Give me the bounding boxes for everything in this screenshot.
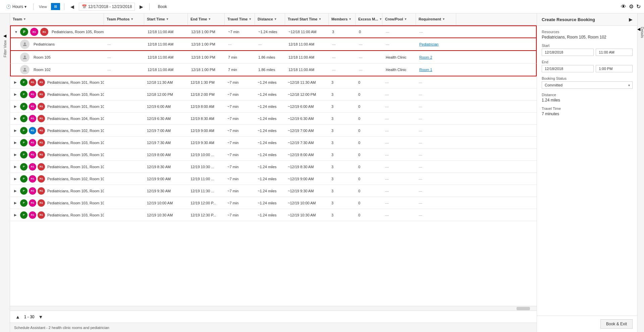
expand-button[interactable]: ▶ [13,200,18,206]
expand-button[interactable]: ▶ [13,80,18,85]
team-name: Pediatricians, Room 105, Room 102 [52,30,105,34]
main-layout: ◀ Filter View Team ▼ Team Photos ▼ Start… [0,13,644,332]
table-row[interactable]: ▶ PR1R1 Pediatricians, Room 105, Room 10… [10,185,537,197]
cell-end: 12/19 11:00 ... [188,173,225,185]
cell-start: 12/19 8:00 AM [144,149,188,160]
cell-travel: ~7 min [225,26,256,38]
cell-travelstart: ~12/18 11:30 AM [285,76,329,88]
cell-end: 12/19 10:30 ... [188,161,225,173]
booking-status-select[interactable]: Committed Tentative Canceled [542,81,633,89]
settings-icon[interactable]: ⚙ [629,3,634,10]
filter-view-label[interactable]: Filter View [3,40,7,57]
grid-view-button[interactable]: ⊠ [51,3,60,10]
end-time-input[interactable] [596,65,633,72]
table-row-child-selected[interactable]: Pediatricians --- 12/18 11:00 AM 12/18 1… [10,38,537,51]
cell-end-child: 12/18 1:00 PM [189,38,225,50]
cell-members-2: --- [329,51,356,63]
book-exit-button[interactable]: Book & Exit [600,319,633,329]
table-row[interactable]: ▶ PR1R1 Pediatricians, Room 102, Room 10… [10,173,537,185]
scroll-bar[interactable] [10,306,537,311]
expand-button[interactable]: ▶ [13,164,18,170]
col-header-team[interactable]: Team ▼ [10,13,104,25]
hours-button[interactable]: 🕐 Hours ▾ [3,3,29,10]
page-down-button[interactable]: ▼ [37,314,45,320]
expand-button[interactable]: ▶ [13,152,18,157]
cell-travel: ~7 min [225,173,255,185]
expand-button[interactable]: ▶ [13,92,18,97]
expand-button[interactable]: ▶ [13,176,18,182]
cell-req-2: Room 2 [417,51,457,63]
col-header-travelstart[interactable]: Travel Start Time ▼ [285,13,329,25]
col-header-end[interactable]: End Time ▼ [188,13,225,25]
book-button[interactable]: Book [154,3,171,10]
page-up-button[interactable]: ▲ [14,314,21,320]
avatar-icon: R1 [38,151,45,158]
start-time-input[interactable] [596,49,633,56]
sort-icon-req: ▼ [442,17,445,21]
end-date-input[interactable] [542,65,594,72]
expand-button[interactable]: ▶ [13,104,18,109]
expand-button[interactable]: ▶ [13,188,18,194]
expand-button[interactable]: ▶ [13,128,18,133]
collapse-right-icon[interactable]: ◀ [637,27,640,31]
table-row[interactable]: ▶ PR1R1 Pediatricians, Room 103, Room 10… [10,209,537,221]
start-date-input[interactable] [542,49,594,56]
col-header-crew[interactable]: Crew/Pool ▼ [382,13,416,25]
cell-travel: ~7 min [225,76,255,88]
table-row[interactable]: ▶ PR1R1 Pediatricians, Room 104, Room 10… [10,113,537,125]
sort-icon-travel: ▼ [249,17,252,21]
table-row-child2[interactable]: Room 105 --- 12/18 11:00 AM 12/18 1:00 P… [10,51,537,64]
table-row[interactable]: ▶ PR1R1 Pediatricians, Room 103, Room 10… [10,137,537,149]
cell-req: --- [416,197,456,209]
cell-team: ▶ PR1R1 Pediatricians, Room 102, Room 10… [10,173,104,185]
cell-travelstart-child: 12/18 11:00 AM [286,38,329,50]
prev-date-button[interactable]: ◀ [68,3,76,11]
table-row[interactable]: ▶ PR1R1 Pediatricians, Room 101, Room 10… [10,76,537,88]
cell-excess: 0 [356,26,383,38]
col-header-req[interactable]: Requirement ▼ [416,13,456,25]
cell-photos-2: --- [105,51,145,63]
col-header-photos[interactable]: Team Photos ▼ [104,13,144,25]
cell-travel: ~7 min [225,209,255,221]
svg-point-0 [24,43,25,44]
cell-members: 3 [329,185,356,197]
col-header-members[interactable]: Members ▼ [329,13,356,25]
right-panel-title: Create Resource Booking [542,17,595,22]
cell-travelstart: ~12/19 6:30 AM [285,113,329,124]
table-row[interactable]: ▶ PR1R1 Pediatricians, Room 101, Room 10… [10,101,537,113]
table-row[interactable]: ▶ PR1R1 Pediatricians, Room 101, Room 10… [10,161,537,173]
table-row[interactable]: ▶ PR1R1 Pediatricians, Room 105, Room 10… [10,149,537,161]
expand-button[interactable]: ▶ [13,212,18,218]
team-name: Pediatricians, Room 102, Room 105 [47,177,104,181]
sort-icon-travelstart: ▼ [318,17,321,21]
col-header-distance[interactable]: Distance ▼ [255,13,285,25]
cell-photos [104,137,144,148]
refresh-icon[interactable]: ↻ [636,3,641,10]
expand-button[interactable]: ▼ [13,29,19,35]
table-row[interactable]: ▼ P R1 R1 Pediatricians, Room 105, Room … [10,25,537,38]
cell-crew: --- [382,88,416,100]
col-header-start[interactable]: Start Time ▼ [144,13,188,25]
cell-crew: --- [383,26,417,38]
cell-distance: ~1.24 miles [255,209,285,221]
table-row-child3[interactable]: Room 102 --- 12/18 11:00 AM 12/18 1:00 P… [10,64,537,76]
table-row[interactable]: ▶ PR1R1 Pediatricians, Room 103, Room 10… [10,197,537,209]
collapse-left-icon[interactable]: ◀ [3,34,6,38]
eye-icon[interactable]: 👁 [621,4,626,10]
right-panel-expand-icon[interactable]: ▶ [629,17,633,22]
svg-point-2 [24,68,25,70]
avatar-icon: R1 [29,91,36,98]
col-header-travel[interactable]: Travel Time ▼ [225,13,255,25]
expand-button[interactable]: ▶ [13,116,18,121]
details-label[interactable]: Details [640,27,644,38]
date-range-text: 12/17/2018 - 12/23/2018 [88,4,132,9]
col-label-excess: Excess M... [358,17,378,21]
table-body: ▼ P R1 R1 Pediatricians, Room 105, Room … [10,25,537,306]
table-row[interactable]: ▶ PR1R1 Pediatricians, Room 103, Room 10… [10,88,537,101]
avatar-p: P [20,28,28,36]
right-panel: Create Resource Booking ▶ Resources Pedi… [537,13,637,332]
table-row[interactable]: ▶ PR1R1 Pediatricians, Room 102, Room 10… [10,125,537,137]
next-date-button[interactable]: ▶ [138,3,145,11]
expand-button[interactable]: ▶ [13,140,18,145]
col-header-excess[interactable]: Excess M... ▼ [356,13,382,25]
